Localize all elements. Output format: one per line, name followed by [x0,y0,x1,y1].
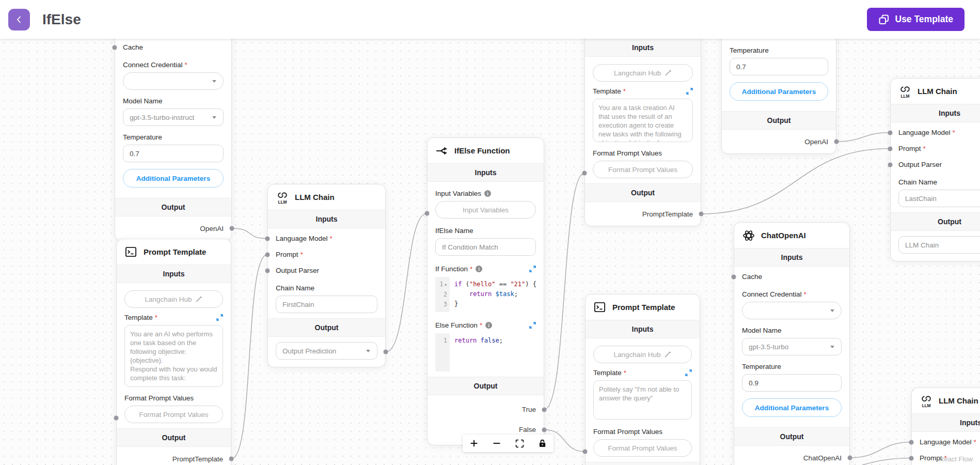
page-title: IfElse [42,11,81,28]
temperature-input[interactable]: 0.7 [123,145,224,162]
langchain-hub-button[interactable]: Langchain Hub [593,64,693,82]
fit-view-button[interactable] [513,437,526,450]
info-icon[interactable]: i [484,190,491,197]
input-variables-input[interactable]: Input Variables [435,201,536,219]
connector-dot[interactable] [582,171,587,176]
connector-dot[interactable] [909,440,914,444]
additional-parameters-button[interactable]: Additional Parameters [742,398,842,417]
connector-dot[interactable] [384,350,388,354]
zoom-out-button[interactable] [491,437,503,450]
node-chat-openai[interactable]: ChatOpenAI Inputs Cache Connect Credenti… [734,222,850,465]
lock-button[interactable] [536,437,548,450]
react-flow-attribution: React Flow [939,455,973,463]
connector-dot[interactable] [848,456,852,460]
expand-icon[interactable] [686,88,693,95]
else-function-code-editor[interactable]: 1return false; [435,333,536,371]
ifelse-name-label: IfElse Name [435,227,536,235]
wand-icon [195,296,202,303]
connector-dot[interactable] [909,456,914,460]
connector-dot[interactable] [229,457,234,461]
node-title: Prompt Template [144,247,206,256]
expand-icon[interactable] [216,314,223,321]
temperature-input[interactable]: 0.9 [742,374,842,392]
additional-parameters-button[interactable]: Additional Parameters [123,169,224,188]
connector-dot[interactable] [888,130,893,135]
connector-dot[interactable] [265,268,270,273]
template-label: Template* [593,87,693,95]
model-name-select[interactable]: gpt-3.5-turbo [742,338,842,355]
chain-name-input[interactable]: LastChain [898,190,980,207]
required-asterisk: * [923,145,926,152]
connector-dot[interactable] [542,427,547,432]
node-llm-chain-bottom[interactable]: LLM LLM Chain Inputs Language Model* Pro… [911,388,980,465]
connector-dot[interactable] [114,416,119,421]
llm-chain-icon: LLM [898,84,912,98]
node-llm-chain-top[interactable]: LLM LLM Chain Inputs Language Model* Pro… [890,78,980,261]
if-function-code-editor[interactable]: 1▾23if ("hello" == "21") { return $task;… [435,277,536,312]
credential-select[interactable] [123,72,224,90]
connector-dot[interactable] [542,407,547,412]
node-llm-chain-center[interactable]: LLM LLM Chain Inputs Language Model* Pro… [267,184,386,367]
format-prompt-values-input[interactable]: Format Prompt Values [593,439,692,457]
inputs-section-header: Inputs [912,413,980,432]
langchain-hub-button[interactable]: Langchain Hub [593,346,692,363]
node-openai-left[interactable]: Cache Connect Credential* Model Name gpt… [115,39,232,241]
credential-select[interactable] [742,302,842,319]
connector-dot[interactable] [834,140,839,144]
use-template-button[interactable]: Use Template [867,8,965,31]
wand-icon [665,69,672,76]
ifelse-name-input[interactable]: If Condition Match [435,238,536,256]
svg-text:LLM: LLM [922,402,930,408]
format-prompt-values-input[interactable]: Format Prompt Values [593,161,693,178]
additional-parameters-button[interactable]: Additional Parameters [730,82,828,101]
temperature-input[interactable]: 0.7 [730,58,828,75]
chain-name-input[interactable]: FirstChain [276,296,377,313]
input-anchor-language-model: Language Model* [898,125,980,141]
if-function-label: If Function*i [435,265,536,273]
connector-dot[interactable] [265,236,270,241]
node-ifelse-function[interactable]: IfElse Function Inputs Input Variablesi … [427,137,544,445]
chevron-down-icon [830,309,834,312]
required-asterisk: * [155,314,157,321]
output-select[interactable]: LLM Chain [898,236,980,254]
use-template-label: Use Template [895,14,954,25]
required-asterisk: * [974,438,976,446]
required-asterisk: * [480,321,482,329]
flow-canvas[interactable]: Cache Connect Credential* Model Name gpt… [0,39,980,465]
connector-dot[interactable] [699,212,704,216]
node-title: Prompt Template [612,303,675,312]
zoom-in-button[interactable] [468,437,480,450]
expand-icon[interactable] [529,322,536,329]
template-textarea[interactable]: You are an AI who performs one task base… [124,325,223,387]
temperature-label: Temperature [742,363,842,370]
output-select[interactable]: Output Prediction [276,342,377,360]
node-prompt-template-top[interactable]: Inputs Langchain Hub Template* You are a… [584,39,701,226]
connector-dot[interactable] [230,226,234,231]
expand-icon[interactable] [685,369,692,376]
connector-dot[interactable] [425,211,430,216]
connector-dot[interactable] [583,450,588,454]
node-prompt-template-left[interactable]: Prompt Template Inputs Langchain Hub Tem… [116,239,231,465]
output-anchor-chatopenai: ChatOpenAI [734,446,849,465]
required-asterisk: * [330,235,333,242]
node-prompt-template-bottom[interactable]: Prompt Template Inputs Langchain Hub Tem… [585,294,700,465]
template-textarea[interactable]: Politely say "I'm not able to answer the… [593,380,692,420]
input-anchor-language-model: Language Model* [920,434,980,450]
langchain-hub-button[interactable]: Langchain Hub [124,290,223,308]
info-icon[interactable]: i [485,322,492,329]
connector-dot[interactable] [265,252,270,257]
chevron-down-icon [830,346,834,348]
connector-dot[interactable] [732,274,736,279]
format-prompt-values-input[interactable]: Format Prompt Values [124,406,223,423]
connector-dot[interactable] [888,162,893,167]
output-section-header: Output [268,318,385,337]
info-icon[interactable]: i [476,266,482,272]
connector-dot[interactable] [888,146,893,151]
required-asterisk: * [301,251,303,258]
back-button[interactable] [8,9,30,30]
model-name-select[interactable]: gpt-3.5-turbo-instruct [123,109,224,126]
connector-dot[interactable] [113,45,117,50]
node-openai-top[interactable]: Temperature 0.7 Additional Parameters Ou… [721,39,836,154]
expand-icon[interactable] [529,266,536,272]
template-textarea[interactable]: You are a task creation AI that uses the… [593,99,693,142]
